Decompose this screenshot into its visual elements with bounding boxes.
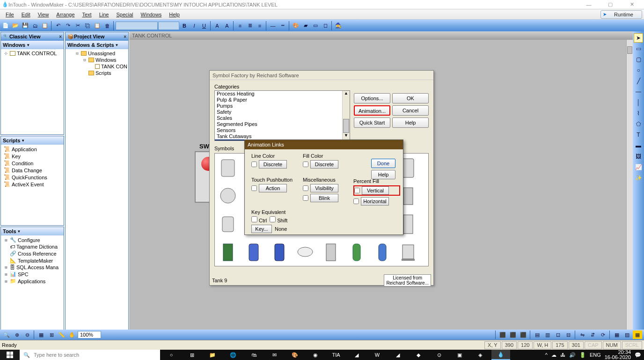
line-discrete-checkbox[interactable] [251, 162, 257, 167]
quickstart-button[interactable]: Quick Start [354, 118, 390, 128]
system-tray[interactable]: ^ ☁ 🖧 🔊 🔋 ENG 20:34 16-06-2020 💬 [542, 350, 644, 360]
window-item[interactable]: ⊹TANK CONTROL [2, 50, 63, 57]
tools-header[interactable]: Tools▼ [1, 227, 64, 235]
save-icon[interactable]: 💾 [21, 21, 30, 30]
bitmap-tool-icon[interactable]: 🖼 [634, 152, 643, 161]
shift-check[interactable]: Shift [270, 216, 287, 223]
close-icon[interactable]: × [124, 34, 126, 39]
trend-tool-icon[interactable]: 📈 [634, 162, 643, 172]
color-icon[interactable]: 🎨 [291, 21, 300, 30]
mail-icon[interactable]: ✉ [265, 350, 284, 360]
app-icon[interactable]: ◢ [347, 350, 366, 360]
wizard-tool-icon[interactable]: ✨ [634, 173, 643, 183]
taskview-icon[interactable]: ⊞ [183, 350, 201, 360]
cortana-icon[interactable]: ○ [162, 350, 181, 360]
tool-spc[interactable]: ⊞📊SPC [2, 271, 63, 278]
minimize-button[interactable]: — [578, 0, 599, 9]
script-datachange[interactable]: 📜Data Change [2, 167, 63, 174]
menu-arrange[interactable]: Arrange [52, 11, 78, 18]
done-button[interactable]: Done [371, 159, 395, 168]
border-icon[interactable]: ▭ [311, 21, 320, 30]
horizontal-checkbox[interactable] [353, 198, 359, 204]
text-tool-icon[interactable]: T [634, 130, 643, 140]
flip-h-icon[interactable]: ⇋ [578, 331, 587, 339]
blink-button[interactable]: Blink [310, 194, 338, 202]
cat-item[interactable]: Process Heating [215, 91, 350, 97]
vertical-scrollbar[interactable] [626, 40, 633, 338]
ruler-icon[interactable]: 📏 [57, 331, 66, 339]
align-right-icon[interactable]: ≡ [255, 21, 264, 30]
teamviewer-icon[interactable]: ⊙ [430, 350, 448, 360]
menu-special[interactable]: Special [112, 11, 137, 18]
cancel-button[interactable]: Cancel [392, 105, 429, 116]
line-style-icon[interactable]: ┅ [278, 21, 287, 30]
menu-view[interactable]: View [34, 11, 53, 18]
copy-icon[interactable]: 📋 [40, 21, 50, 30]
tool-tagname[interactable]: 🏷Tagname Dictiona [2, 243, 63, 250]
align-center-icon[interactable]: ≣ [245, 21, 255, 30]
cat-scrollbar[interactable]: ▲ ▼ [342, 91, 350, 140]
cat-item[interactable]: Sensors [215, 127, 350, 133]
tank-symbol[interactable] [344, 238, 369, 266]
explorer-icon[interactable]: 📁 [203, 350, 222, 360]
volume-icon[interactable]: 🔊 [569, 352, 576, 358]
new-icon[interactable]: 📄 [1, 21, 10, 30]
visibility-button[interactable]: Visibility [310, 184, 338, 192]
tank-symbol[interactable] [241, 238, 266, 266]
transparent-icon[interactable]: ◻ [321, 21, 330, 30]
fontsize-dec-icon[interactable]: А [212, 21, 222, 30]
onedrive-icon[interactable]: ☁ [551, 352, 556, 358]
tank-symbol[interactable] [292, 238, 318, 266]
fill-discrete-checkbox[interactable] [303, 162, 308, 167]
script-activex[interactable]: 📜ActiveX Event [2, 181, 63, 188]
tank-symbol[interactable] [215, 210, 241, 238]
scripts-header[interactable]: Scripts▼ [1, 136, 64, 145]
vline-tool-icon[interactable]: │ [634, 98, 643, 107]
open-icon[interactable]: 📂 [11, 21, 20, 30]
cat-item[interactable]: Scales [215, 115, 350, 121]
menu-windows[interactable]: Windows [137, 11, 166, 18]
sf-titlebar[interactable]: Symbol Factory by Reichard Software [210, 71, 433, 80]
redo-icon[interactable]: ↷ [63, 21, 73, 30]
touch-action-checkbox[interactable] [251, 185, 257, 191]
fontsize-inc-icon[interactable]: A [222, 21, 232, 30]
notification-icon[interactable]: 💬 [635, 352, 641, 358]
animation-button[interactable]: Animation... [354, 105, 390, 116]
back-icon[interactable]: ▥ [543, 331, 552, 339]
network-icon[interactable]: 🖧 [560, 352, 565, 358]
align-left-icon[interactable]: ⬛ [498, 331, 507, 339]
cat-item[interactable]: Segmented Pipes [215, 121, 350, 127]
script-application[interactable]: 📜Application [2, 146, 63, 153]
tool-apps[interactable]: ⊞📁Applications [2, 278, 63, 285]
line-weight-icon[interactable]: — [268, 21, 278, 30]
polyline-tool-icon[interactable]: ⌇ [634, 109, 643, 118]
fill-icon[interactable]: ▰ [301, 21, 310, 30]
store-icon[interactable]: 🛍 [244, 350, 263, 360]
cat-item[interactable]: Tank Cutaways [215, 133, 350, 140]
layout2-icon[interactable]: ▨ [622, 331, 632, 339]
align-left-icon[interactable]: ≡ [235, 21, 245, 30]
zoom-fit-icon[interactable]: 🔍 [2, 331, 11, 339]
app5-icon[interactable]: ◈ [471, 350, 490, 360]
al-titlebar[interactable]: Animation Links [245, 140, 403, 149]
fill-discrete-button[interactable]: Discrete [310, 160, 338, 169]
tia-icon[interactable]: TIA [327, 350, 345, 360]
help-button[interactable]: Help [392, 118, 429, 128]
edge-icon[interactable]: 🌐 [224, 350, 242, 360]
clock[interactable]: 20:34 16-06-2020 [605, 350, 631, 360]
tree-unassigned[interactable]: ⊟Unassigned [66, 50, 127, 57]
roundrect-tool-icon[interactable]: ▢ [634, 55, 643, 64]
options-button[interactable]: Options... [354, 93, 390, 103]
tool-template[interactable]: 📐TemplateMaker [2, 257, 63, 264]
windows-scripts-subheader[interactable]: Windows & Scripts▼ [66, 41, 128, 49]
tank-symbol[interactable] [369, 238, 395, 266]
layout3-icon[interactable]: ▦ [633, 331, 642, 339]
lang-indicator[interactable]: ENG [590, 352, 601, 358]
blink-checkbox[interactable] [303, 195, 308, 201]
front-icon[interactable]: ▤ [533, 331, 542, 339]
zoom-out-icon[interactable]: ⊖ [22, 331, 32, 339]
horizontal-button[interactable]: Horizontal [361, 197, 389, 206]
hline-tool-icon[interactable]: — [634, 87, 643, 96]
saveall-icon[interactable]: 🗂 [30, 21, 40, 30]
line-tool-icon[interactable]: ╱ [634, 76, 643, 86]
